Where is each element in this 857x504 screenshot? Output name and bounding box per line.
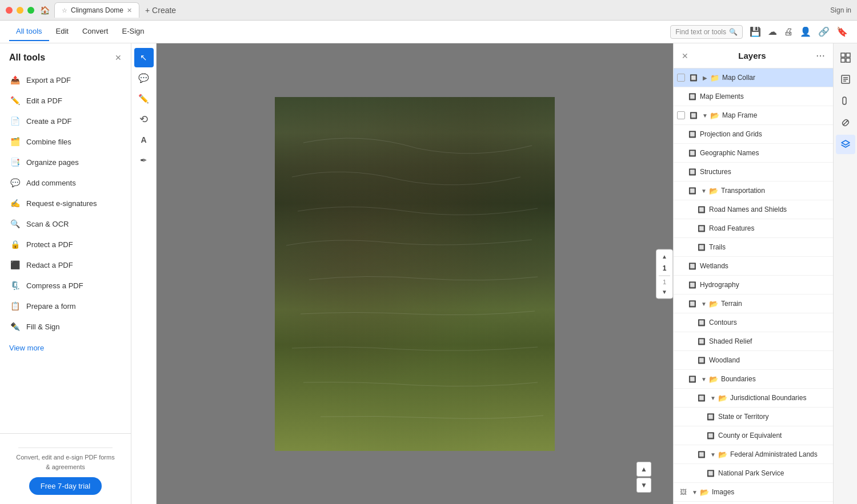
select-tool-button[interactable]: ↖ bbox=[134, 48, 154, 67]
layer-road-features[interactable]: 🔲 Road Features bbox=[674, 219, 833, 238]
bookmarks-panel-icon[interactable] bbox=[836, 70, 855, 89]
menu-edit[interactable]: Edit bbox=[49, 22, 75, 41]
layer-vis-shaded-relief[interactable]: 🔲 bbox=[695, 335, 708, 348]
share-icon[interactable]: 👤 bbox=[800, 26, 811, 37]
layer-vis-jurisdictional[interactable]: 🔲 bbox=[695, 392, 708, 404]
layer-expand-map-frame[interactable]: ▼ bbox=[701, 111, 709, 119]
layer-orthoimage[interactable]: 🖼 Orthoimage bbox=[674, 502, 833, 504]
layer-terrain[interactable]: 🔲 ▼ 📂 Terrain bbox=[674, 295, 833, 313]
active-tab[interactable]: ☆ Clingmans Dome ✕ bbox=[54, 2, 139, 18]
maximize-button[interactable] bbox=[27, 7, 34, 14]
layer-expand-images[interactable]: ▼ bbox=[691, 488, 699, 496]
scroll-down-button[interactable]: ▼ bbox=[636, 478, 651, 493]
layer-vis-boundaries[interactable]: 🔲 bbox=[686, 373, 699, 385]
minimize-button[interactable] bbox=[17, 7, 23, 14]
layer-projection[interactable]: 🔲 Projection and Grids bbox=[674, 125, 833, 144]
layer-checkbox-map-collar[interactable] bbox=[677, 74, 685, 82]
tool-edit-pdf[interactable]: ✏️ Edit a PDF bbox=[0, 90, 131, 111]
layer-vis-county[interactable]: 🔲 bbox=[704, 429, 717, 442]
layer-map-collar[interactable]: 🔲 ▶ 📁 Map Collar bbox=[674, 68, 833, 87]
new-tab-button[interactable]: + Create bbox=[141, 3, 181, 17]
sign-in-button[interactable]: Sign in bbox=[830, 6, 851, 14]
home-icon[interactable]: 🏠 bbox=[40, 6, 50, 15]
layer-vis-nat-park[interactable]: 🔲 bbox=[704, 467, 717, 479]
trial-button[interactable]: Free 7-day trial bbox=[29, 477, 102, 495]
layer-vis-hydrography[interactable]: 🔲 bbox=[686, 279, 699, 291]
close-button[interactable] bbox=[6, 7, 13, 14]
layer-shaded-relief[interactable]: 🔲 Shaded Relief bbox=[674, 332, 833, 351]
cloud-upload-icon[interactable]: ☁ bbox=[768, 26, 777, 37]
curve-tool-button[interactable]: ⟲ bbox=[134, 110, 154, 129]
layer-transportation[interactable]: 🔲 ▼ 📂 Transportation bbox=[674, 182, 833, 200]
layer-vis-geo-names[interactable]: 🔲 bbox=[686, 147, 699, 159]
tool-organize[interactable]: 📑 Organize pages bbox=[0, 152, 131, 172]
layer-expand-map-collar[interactable]: ▶ bbox=[701, 74, 709, 82]
links-panel-icon[interactable] bbox=[836, 113, 855, 132]
layer-checkbox-map-frame[interactable] bbox=[677, 111, 685, 119]
canvas-area[interactable]: ▲ 1 1 ▼ ▲ ▼ bbox=[157, 43, 673, 504]
link-icon[interactable]: 🔗 bbox=[818, 26, 830, 37]
tool-protect[interactable]: 🔒 Protect a PDF bbox=[0, 234, 131, 255]
attachments-panel-icon[interactable] bbox=[836, 91, 855, 111]
layer-vis-road-features[interactable]: 🔲 bbox=[695, 222, 708, 235]
layer-expand-boundaries[interactable]: ▼ bbox=[700, 375, 708, 383]
layer-vis-map-elements[interactable]: 🔲 bbox=[686, 90, 699, 103]
tool-combine[interactable]: 🗂️ Combine files bbox=[0, 131, 131, 152]
comment-tool-button[interactable]: 💬 bbox=[134, 68, 154, 88]
tool-compress[interactable]: 🗜️ Compress a PDF bbox=[0, 275, 131, 296]
page-up-icon[interactable]: ▲ bbox=[662, 252, 667, 260]
sign-tool-button[interactable]: ✒ bbox=[134, 151, 154, 170]
view-more-link[interactable]: View more bbox=[0, 339, 131, 357]
page-thumbnails-icon[interactable] bbox=[836, 48, 855, 67]
layer-road-names[interactable]: 🔲 Road Names and Shields bbox=[674, 200, 833, 219]
left-panel-close-icon[interactable]: ✕ bbox=[115, 53, 122, 62]
layer-vis-road-names[interactable]: 🔲 bbox=[695, 203, 708, 216]
layer-vis-projection[interactable]: 🔲 bbox=[686, 128, 699, 140]
layer-vis-transportation[interactable]: 🔲 bbox=[686, 184, 699, 197]
layer-vis-contours[interactable]: 🔲 bbox=[695, 316, 708, 329]
save-icon[interactable]: 💾 bbox=[750, 26, 761, 37]
layer-vis-woodland[interactable]: 🔲 bbox=[695, 354, 708, 366]
tool-create-pdf[interactable]: 📄 Create a PDF bbox=[0, 111, 131, 131]
layer-boundaries[interactable]: 🔲 ▼ 📂 Boundaries bbox=[674, 370, 833, 389]
layers-panel-icon[interactable] bbox=[836, 135, 855, 154]
layer-vis-state[interactable]: 🔲 bbox=[704, 410, 717, 423]
layer-state[interactable]: 🔲 State or Territory bbox=[674, 408, 833, 426]
tool-esignatures[interactable]: ✍️ Request e-signatures bbox=[0, 193, 131, 213]
layer-woodland[interactable]: 🔲 Woodland bbox=[674, 351, 833, 370]
layer-geo-names[interactable]: 🔲 Geographic Names bbox=[674, 144, 833, 163]
tool-fill-sign[interactable]: ✒️ Fill & Sign bbox=[0, 316, 131, 337]
layer-trails[interactable]: 🔲 Trails bbox=[674, 238, 833, 257]
layer-map-frame[interactable]: 🔲 ▼ 📂 Map Frame bbox=[674, 106, 833, 125]
layers-close-icon[interactable]: ✕ bbox=[682, 51, 688, 61]
bookmark-icon[interactable]: 🔖 bbox=[836, 26, 848, 37]
layer-contours[interactable]: 🔲 Contours bbox=[674, 313, 833, 332]
tool-redact[interactable]: ⬛ Redact a PDF bbox=[0, 255, 131, 275]
tab-close-icon[interactable]: ✕ bbox=[127, 7, 132, 14]
menu-convert[interactable]: Convert bbox=[75, 22, 115, 41]
layer-expand-jurisdictional[interactable]: ▼ bbox=[709, 394, 717, 402]
layer-jurisdictional[interactable]: 🔲 ▼ 📂 Jurisdictional Boundaries bbox=[674, 389, 833, 408]
layer-vis-trails[interactable]: 🔲 bbox=[695, 241, 708, 253]
menu-all-tools[interactable]: All tools bbox=[9, 22, 49, 41]
layer-expand-transportation[interactable]: ▼ bbox=[700, 187, 708, 195]
find-box[interactable]: Find text or tools 🔍 bbox=[670, 25, 743, 39]
menu-esign[interactable]: E-Sign bbox=[115, 22, 151, 41]
text-tool-button[interactable]: A bbox=[134, 130, 154, 150]
print-icon[interactable]: 🖨 bbox=[784, 27, 793, 37]
layer-vis-map-frame[interactable]: 🔲 bbox=[687, 109, 700, 122]
layer-expand-terrain[interactable]: ▼ bbox=[700, 300, 708, 308]
layer-vis-images[interactable]: 🖼 bbox=[677, 486, 690, 498]
tool-prepare-form[interactable]: 📋 Prepare a form bbox=[0, 296, 131, 316]
layer-vis-wetlands[interactable]: 🔲 bbox=[686, 260, 699, 272]
layer-map-elements[interactable]: 🔲 Map Elements bbox=[674, 87, 833, 106]
layer-vis-map-collar[interactable]: 🔲 bbox=[687, 71, 700, 84]
layer-vis-terrain[interactable]: 🔲 bbox=[686, 297, 699, 310]
pen-tool-button[interactable]: ✏️ bbox=[134, 89, 154, 108]
layer-vis-fed-lands[interactable]: 🔲 bbox=[695, 448, 708, 461]
tool-comments[interactable]: 💬 Add comments bbox=[0, 172, 131, 193]
scroll-up-button[interactable]: ▲ bbox=[636, 462, 651, 477]
layer-county[interactable]: 🔲 County or Equivalent bbox=[674, 426, 833, 445]
layer-nat-park[interactable]: 🔲 National Park Service bbox=[674, 464, 833, 483]
layer-wetlands[interactable]: 🔲 Wetlands bbox=[674, 257, 833, 276]
